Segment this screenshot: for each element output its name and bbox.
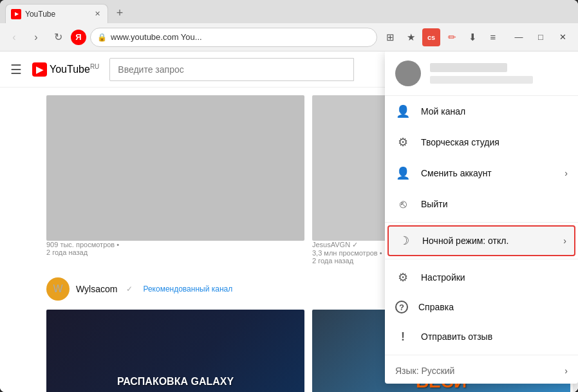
settings-label: Настройки xyxy=(421,272,568,283)
logout-icon: ⎋ xyxy=(395,196,411,212)
divider-2 xyxy=(385,259,578,259)
language-item[interactable]: Язык: Русский › xyxy=(385,358,578,384)
dropdown-overlay: 👤 Мой канал ⚙ Творческая студия 👤 Сменит… xyxy=(0,51,578,392)
menu-item-creative-studio[interactable]: ⚙ Творческая студия xyxy=(385,127,578,158)
menu-item-switch-account[interactable]: 👤 Сменить аккаунт › xyxy=(385,158,578,189)
moon-icon: ☽ xyxy=(396,233,412,248)
pen-icon[interactable]: ✏ xyxy=(443,28,461,46)
forward-button[interactable]: › xyxy=(27,28,45,46)
new-tab-button[interactable]: + xyxy=(111,4,129,22)
settings-icon: ⚙ xyxy=(395,270,411,285)
close-button[interactable]: ✕ xyxy=(552,28,573,47)
language-arrow: › xyxy=(564,366,568,376)
night-mode-arrow: › xyxy=(563,236,566,246)
extensions-icon[interactable]: ⊞ xyxy=(381,28,399,46)
my-channel-label: Мой канал xyxy=(421,106,568,117)
yandex-logo: Я xyxy=(71,30,86,45)
language-label: Язык: Русский xyxy=(395,366,554,376)
switch-arrow: › xyxy=(564,168,568,178)
tab-close-button[interactable]: ✕ xyxy=(92,9,102,19)
studio-icon: ⚙ xyxy=(395,135,411,150)
help-label: Справка xyxy=(418,302,568,312)
tab-title: YouTube xyxy=(25,10,88,19)
browser-tab[interactable]: YouTube ✕ xyxy=(5,4,108,23)
tab-favicon xyxy=(11,9,21,19)
logout-label: Выйти xyxy=(421,199,568,209)
maximize-button[interactable]: □ xyxy=(530,28,551,47)
night-mode-label: Ночной режим: откл. xyxy=(422,236,553,246)
download-icon[interactable]: ⬇ xyxy=(463,28,481,46)
lastfm-icon[interactable]: cs xyxy=(422,28,440,46)
url-text: www.youtube.com You... xyxy=(111,32,370,42)
back-button[interactable]: ‹ xyxy=(5,28,23,46)
address-bar: ‹ › ↻ Я 🔒 www.youtube.com You... ⊞ ★ cs … xyxy=(0,23,578,51)
url-bar[interactable]: 🔒 www.youtube.com You... xyxy=(90,28,377,47)
refresh-button[interactable]: ↻ xyxy=(49,28,67,46)
menu-item-logout[interactable]: ⎋ Выйти xyxy=(385,189,578,219)
menu-icon[interactable]: ≡ xyxy=(484,28,502,46)
switch-icon: 👤 xyxy=(395,165,411,181)
minimize-button[interactable]: — xyxy=(508,28,529,47)
help-icon: ? xyxy=(395,301,408,313)
dropdown-user-info xyxy=(430,63,568,84)
toolbar-icons: ⊞ ★ cs ✏ ⬇ ≡ xyxy=(381,28,502,46)
menu-item-help[interactable]: ? Справка xyxy=(385,293,578,321)
menu-item-my-channel[interactable]: 👤 Мой канал xyxy=(385,96,578,127)
menu-item-night-mode[interactable]: ☽ Ночной режим: откл. › xyxy=(387,225,575,256)
lock-icon: 🔒 xyxy=(97,33,107,42)
bookmark-icon[interactable]: ★ xyxy=(402,28,420,46)
feedback-icon: ! xyxy=(395,329,411,344)
person-icon: 👤 xyxy=(395,104,411,119)
dropdown-email xyxy=(430,76,533,84)
dropdown-avatar xyxy=(395,61,421,86)
dropdown-username xyxy=(430,63,507,72)
dropdown-header xyxy=(385,51,578,96)
creative-studio-label: Творческая студия xyxy=(421,137,568,147)
account-dropdown: 👤 Мой канал ⚙ Творческая студия 👤 Сменит… xyxy=(385,51,578,384)
menu-item-settings[interactable]: ⚙ Настройки xyxy=(385,262,578,293)
browser-window: YouTube ✕ + ‹ › ↻ Я 🔒 www.youtube.com Yo… xyxy=(0,0,578,392)
menu-item-feedback[interactable]: ! Отправить отзыв xyxy=(385,321,578,352)
divider-1 xyxy=(385,222,578,223)
feedback-label: Отправить отзыв xyxy=(421,331,568,342)
tab-bar: YouTube ✕ + xyxy=(0,0,578,23)
divider-3 xyxy=(385,355,578,355)
window-controls: — □ ✕ xyxy=(508,28,573,47)
page-content: ☰ ▶ YouTubeRU 909 тыс. прос xyxy=(0,51,578,392)
switch-account-label: Сменить аккаунт xyxy=(421,168,554,178)
